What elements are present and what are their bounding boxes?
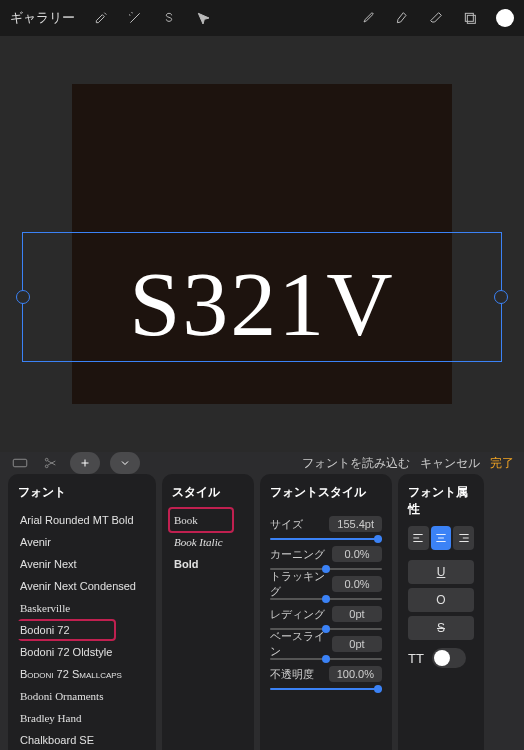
color-dot[interactable] bbox=[496, 9, 514, 27]
layers-icon[interactable] bbox=[462, 10, 478, 26]
font-item[interactable]: Bodoni 72 Smallcaps bbox=[18, 663, 146, 685]
svg-rect-0 bbox=[465, 13, 473, 21]
font-style-value[interactable]: 100.0% bbox=[329, 666, 382, 682]
align-right-button[interactable] bbox=[453, 526, 474, 550]
font-attrs-panel: フォント属性 U O S TT bbox=[398, 474, 484, 750]
brush-icon[interactable] bbox=[360, 10, 376, 26]
style-item[interactable]: Book Italic bbox=[172, 531, 244, 553]
dropdown-pill-button[interactable] bbox=[110, 452, 140, 474]
font-style-slider[interactable] bbox=[270, 688, 382, 690]
font-item[interactable]: Bradley Hand bbox=[18, 707, 146, 729]
smudge-icon[interactable] bbox=[394, 10, 410, 26]
s-tool-icon[interactable] bbox=[161, 10, 177, 26]
font-style-value[interactable]: 0.0% bbox=[332, 576, 382, 592]
svg-rect-1 bbox=[467, 15, 475, 23]
tt-label: TT bbox=[408, 651, 424, 666]
outline-button[interactable]: O bbox=[408, 588, 474, 612]
canvas-area[interactable]: S321V bbox=[0, 36, 524, 452]
scissors-icon[interactable] bbox=[40, 453, 60, 473]
font-style-row: トラッキング0.0% bbox=[270, 569, 382, 599]
font-style-label: 不透明度 bbox=[270, 667, 314, 682]
font-item[interactable]: Bodoni 72 bbox=[18, 619, 146, 641]
keyboard-icon[interactable] bbox=[10, 453, 30, 473]
font-style-row: レディング0pt bbox=[270, 599, 382, 629]
attrs-header: フォント属性 bbox=[408, 484, 474, 518]
import-font-button[interactable]: フォントを読み込む bbox=[302, 455, 410, 472]
add-pill-button[interactable] bbox=[70, 452, 100, 474]
font-item[interactable]: Avenir Next Condensed bbox=[18, 575, 146, 597]
font-item[interactable]: Bodoni Ornaments bbox=[18, 685, 146, 707]
font-style-row: 不透明度100.0% bbox=[270, 659, 382, 689]
font-style-label: カーニング bbox=[270, 547, 325, 562]
style-item[interactable]: Bold bbox=[172, 553, 244, 575]
font-style-value[interactable]: 0pt bbox=[332, 606, 382, 622]
style-item[interactable]: Book bbox=[172, 509, 244, 531]
font-style-panel: フォントスタイル サイズ155.4ptカーニング0.0%トラッキング0.0%レデ… bbox=[260, 474, 392, 750]
font-list-panel: フォント Arial Rounded MT BoldAvenirAvenir N… bbox=[8, 474, 156, 750]
svg-rect-2 bbox=[13, 459, 27, 467]
eraser-icon[interactable] bbox=[428, 10, 444, 26]
svg-point-4 bbox=[45, 458, 48, 461]
wrench-icon[interactable] bbox=[93, 10, 109, 26]
text-bounding-box[interactable]: S321V bbox=[22, 232, 502, 362]
font-style-value[interactable]: 155.4pt bbox=[329, 516, 382, 532]
font-style-row: サイズ155.4pt bbox=[270, 509, 382, 539]
font-style-label: サイズ bbox=[270, 517, 303, 532]
font-style-header: フォントスタイル bbox=[270, 484, 382, 501]
wand-icon[interactable] bbox=[127, 10, 143, 26]
font-item[interactable]: Baskerville bbox=[18, 597, 146, 619]
cancel-button[interactable]: キャンセル bbox=[420, 455, 480, 472]
styles-header: スタイル bbox=[172, 484, 244, 501]
font-style-value[interactable]: 0.0% bbox=[332, 546, 382, 562]
font-item[interactable]: Avenir bbox=[18, 531, 146, 553]
canvas-text: S321V bbox=[23, 251, 501, 357]
strike-button[interactable]: S bbox=[408, 616, 474, 640]
font-style-label: レディング bbox=[270, 607, 325, 622]
font-item[interactable]: Bodoni 72 Oldstyle bbox=[18, 641, 146, 663]
font-style-label: トラッキング bbox=[270, 569, 332, 599]
align-center-button[interactable] bbox=[431, 526, 452, 550]
tt-toggle[interactable] bbox=[432, 648, 466, 668]
style-list-panel: スタイル BookBook ItalicBold bbox=[162, 474, 254, 750]
font-item[interactable]: Chalkboard SE bbox=[18, 729, 146, 750]
font-item[interactable]: Arial Rounded MT Bold bbox=[18, 509, 146, 531]
font-style-label: ベースライン bbox=[270, 629, 332, 659]
cursor-icon[interactable] bbox=[195, 10, 211, 26]
gallery-button[interactable]: ギャラリー bbox=[10, 9, 75, 27]
done-button[interactable]: 完了 bbox=[490, 455, 514, 472]
font-item[interactable]: Avenir Next bbox=[18, 553, 146, 575]
svg-point-3 bbox=[45, 465, 48, 468]
font-style-row: ベースライン0pt bbox=[270, 629, 382, 659]
underline-button[interactable]: U bbox=[408, 560, 474, 584]
align-left-button[interactable] bbox=[408, 526, 429, 550]
font-style-value[interactable]: 0pt bbox=[332, 636, 382, 652]
font-style-row: カーニング0.0% bbox=[270, 539, 382, 569]
fonts-header: フォント bbox=[18, 484, 146, 501]
